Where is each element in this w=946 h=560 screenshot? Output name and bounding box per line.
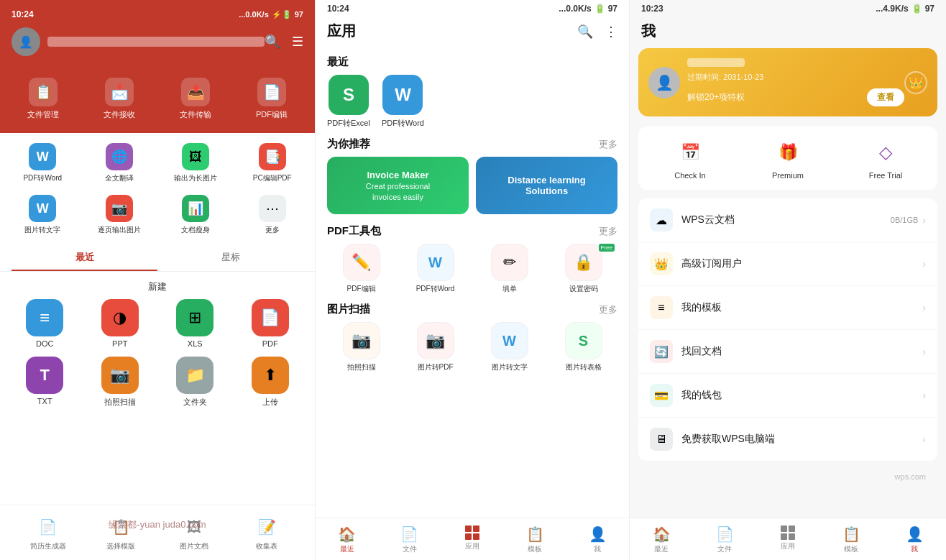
panel1-header-icons: 🔍 ☰ — [265, 34, 303, 50]
panel3-nav-recent[interactable]: 🏠 最近 — [630, 523, 693, 560]
wps-cloud-item[interactable]: ☁ WPS云文档 0B/1GB › — [638, 198, 937, 242]
new-txt-label: TXT — [37, 397, 52, 405]
slim-doc-item[interactable]: 📊 文档瘦身 — [159, 191, 233, 239]
premium-sub-item[interactable]: 👑 高级订阅用户 › — [638, 242, 937, 286]
pdf-word-tool-label: PDF转Word — [416, 284, 455, 294]
nav-recent[interactable]: 🏠 最近 — [316, 523, 378, 560]
check-in-action[interactable]: 📅 Check In — [644, 137, 736, 180]
pdf-edit-tool[interactable]: ✏️ PDF编辑 — [327, 244, 395, 294]
file-transfer-item[interactable]: 📤 文件传输 — [158, 72, 233, 126]
nav-me[interactable]: 👤 我 — [566, 523, 629, 560]
image-tools-grid: 📷 拍照扫描 📷 图片转PDF W 图片转文字 S 图片转表格 — [327, 322, 617, 372]
new-pdf-item[interactable]: 📄 PDF — [237, 299, 304, 348]
new-scan-label: 拍照扫描 — [104, 397, 136, 408]
nav-recent-label: 最近 — [340, 544, 354, 554]
free-trial-label: Free Trial — [869, 171, 902, 180]
panel2-signal: ...0.0K/s — [559, 4, 591, 14]
set-password-tool[interactable]: Free 🔒 设置密码 — [549, 244, 617, 294]
photo-scan-tool[interactable]: 📷 拍照扫描 — [327, 322, 395, 372]
my-template-text: 我的模板 — [681, 301, 918, 314]
export-image-item[interactable]: 🖼 输出为长图片 — [159, 139, 233, 188]
template-tool[interactable]: 📋 选择模版 — [85, 511, 158, 554]
panel2-content: 最近 S PDF转Excel W PDF转Word 为你推荐 更多 Invoic… — [316, 48, 629, 518]
search-icon[interactable]: 🔍 — [265, 34, 280, 50]
free-trial-action[interactable]: ◇ Free Trial — [840, 137, 932, 180]
form-tool[interactable]: 📝 收集表 — [231, 511, 304, 554]
panel3-nav-files[interactable]: 📄 文件 — [693, 523, 756, 560]
new-folder-icon: 📁 — [176, 357, 213, 394]
image-tools-more[interactable]: 更多 — [599, 303, 617, 316]
pdf-to-excel-item[interactable]: S PDF转Excel — [327, 75, 370, 129]
pdf-word-tool-icon: W — [417, 244, 454, 281]
new-doc-label: DOC — [36, 339, 53, 348]
slim-doc-label: 文档瘦身 — [181, 225, 210, 235]
fill-form-tool[interactable]: ✏ 填单 — [475, 244, 543, 294]
imgdoc-tool[interactable]: 🖼 图片文档 — [157, 511, 231, 554]
panel1-bottom-tools: 📄 简历生成器 📋 选择模版 🖼 图片文档 📝 收集表 — [0, 505, 315, 560]
new-scan-item[interactable]: 📷 拍照扫描 — [87, 357, 154, 408]
nav-files[interactable]: 📄 文件 — [378, 523, 441, 560]
vip-check-button[interactable]: 查看 — [867, 88, 904, 106]
my-template-item[interactable]: ≡ 我的模板 › — [638, 286, 937, 330]
new-xls-icon: ⊞ — [176, 299, 213, 336]
panel1-bt-icon: ⚡🔋 — [272, 10, 292, 19]
panel2-time: 10:24 — [327, 4, 349, 14]
page-export-item[interactable]: 📷 逐页输出图片 — [83, 191, 157, 239]
get-wps-pc-text: 免费获取WPS电脑端 — [681, 433, 918, 446]
panel3-nav-templates[interactable]: 📋 模板 — [819, 523, 883, 560]
img-to-pdf-tool[interactable]: 📷 图片转PDF — [401, 322, 469, 372]
pdf-word-tool[interactable]: W PDF转Word — [401, 244, 469, 294]
panel3-nav-apps[interactable]: 应用 — [756, 523, 819, 560]
pdf-tools-more[interactable]: 更多 — [599, 225, 617, 238]
new-txt-item[interactable]: T TXT — [12, 357, 78, 408]
nav-templates[interactable]: 📋 模板 — [504, 523, 566, 560]
nav-me-icon: 👤 — [589, 525, 607, 543]
menu-icon[interactable]: ☰ — [292, 34, 303, 50]
new-scan-icon: 📷 — [101, 357, 139, 394]
new-xls-item[interactable]: ⊞ XLS — [162, 299, 229, 348]
check-in-icon: 📅 — [674, 137, 706, 168]
resume-tool[interactable]: 📄 简历生成器 — [12, 511, 85, 554]
more-item[interactable]: ⋯ 更多 — [236, 191, 310, 239]
img-to-text-label: 图片转文字 — [24, 225, 60, 235]
file-receive-item[interactable]: 📩 文件接收 — [82, 72, 157, 126]
file-manage-item[interactable]: 📋 文件管理 — [6, 72, 81, 126]
nav-apps[interactable]: 应用 — [441, 523, 503, 560]
panel2-search-icon[interactable]: 🔍 — [577, 24, 593, 40]
page-export-label: 逐页输出图片 — [98, 225, 141, 235]
premium-action[interactable]: 🎁 Premium — [742, 137, 834, 180]
recover-doc-item[interactable]: 🔄 找回文档 › — [638, 330, 937, 374]
new-doc-item[interactable]: ≡ DOC — [12, 299, 78, 348]
new-upload-item[interactable]: ⬆ 上传 — [237, 357, 304, 408]
set-password-tool-label: 设置密码 — [569, 284, 598, 294]
new-folder-item[interactable]: 📁 文件夹 — [162, 357, 229, 408]
get-wps-pc-item[interactable]: 🖥 免费获取WPS电脑端 › — [638, 418, 937, 461]
nav-me-label: 我 — [594, 544, 601, 554]
imgdoc-label: 图片文档 — [180, 541, 208, 551]
new-ppt-item[interactable]: ◑ PPT — [87, 299, 154, 348]
tab-starred[interactable]: 星标 — [157, 245, 303, 271]
tab-recent[interactable]: 最近 — [12, 245, 157, 271]
my-wallet-item[interactable]: 💳 我的钱包 › — [638, 374, 937, 418]
pc-pdf-item[interactable]: 📑 PC编辑PDF — [236, 139, 310, 188]
panel3-nav-me[interactable]: 👤 我 — [883, 523, 946, 560]
pdf-edit-item[interactable]: 📄 PDF编辑 — [234, 72, 309, 126]
panel2-battery-icon: 🔋 — [594, 4, 605, 14]
translate-item[interactable]: 🌐 全文翻译 — [83, 139, 157, 188]
template-icon: 📋 — [108, 514, 134, 540]
promo-invoice[interactable]: Invoice MakerCreat professionalinvoices … — [327, 157, 469, 214]
nav-recent-icon: 🏠 — [338, 525, 356, 543]
pdf-to-word-item[interactable]: W PDF转Word — [6, 139, 80, 188]
img-to-text-tool[interactable]: W 图片转文字 — [475, 322, 543, 372]
vip-card[interactable]: 👤 过期时间: 2031-10-23 解锁20+项特权 查看 👑 — [638, 48, 937, 116]
img-to-text-item[interactable]: W 图片转文字 — [6, 191, 80, 239]
recommend-more[interactable]: 更多 — [599, 138, 617, 151]
img-to-table-tool[interactable]: S 图片转表格 — [549, 322, 617, 372]
panel2-more-icon[interactable]: ⋮ — [605, 24, 617, 40]
promo-distance[interactable]: Distance learningSolutions — [476, 157, 617, 214]
pdf-to-word2-item[interactable]: W PDF转Word — [382, 75, 424, 129]
panel2-nav: 🏠 最近 📄 文件 应用 📋 模板 👤 我 — [316, 518, 629, 560]
set-password-tool-icon: 🔒 — [565, 244, 602, 281]
panel2-title-icons: 🔍 ⋮ — [577, 24, 617, 40]
menu-list: ☁ WPS云文档 0B/1GB › 👑 高级订阅用户 › ≡ 我的模板 › 🔄 … — [638, 198, 937, 461]
